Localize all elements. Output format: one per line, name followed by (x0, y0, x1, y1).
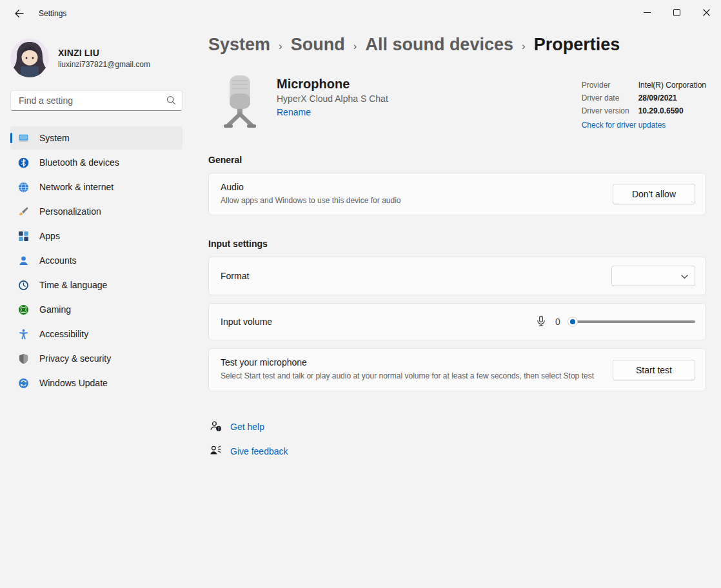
avatar (10, 39, 49, 77)
chevron-right-icon: › (353, 40, 357, 53)
give-feedback-link[interactable]: Give feedback (230, 446, 288, 456)
microphone-icon (535, 315, 547, 329)
input-volume-label: Input volume (221, 317, 272, 327)
back-button[interactable] (9, 5, 30, 23)
sidebar-item-bluetooth-devices[interactable]: Bluetooth & devices (10, 151, 183, 174)
close-button[interactable] (691, 0, 721, 24)
sidebar-item-network-internet[interactable]: Network & internet (10, 175, 183, 199)
sidebar-item-label: Gaming (39, 304, 71, 315)
test-microphone-card: Test your microphone Select Start test a… (208, 348, 706, 391)
format-card: Format (208, 257, 706, 295)
provider-label: Provider (582, 81, 638, 90)
footer-links: ? Get help Give feedback (208, 420, 706, 458)
sidebar-item-label: Apps (39, 231, 60, 241)
sidebar-item-label: Accessibility (39, 329, 88, 339)
format-dropdown[interactable] (611, 266, 695, 286)
format-label: Format (221, 271, 249, 281)
slider-thumb[interactable] (568, 317, 578, 327)
titlebar: Settings (0, 0, 721, 28)
sidebar-nav: System Bluetooth & devices Network & int… (10, 126, 183, 395)
breadcrumb-sound[interactable]: Sound (291, 35, 345, 55)
sidebar-item-gaming[interactable]: Gaming (10, 298, 183, 321)
get-help-icon: ? (210, 420, 222, 434)
driver-date-value: 28/09/2021 (638, 93, 677, 103)
minimize-button[interactable] (632, 0, 662, 24)
get-help-link[interactable]: Get help (230, 422, 264, 432)
provider-value: Intel(R) Corporation (638, 81, 706, 90)
driver-version-value: 10.29.0.6590 (638, 106, 684, 115)
microphone-image (222, 74, 257, 132)
test-microphone-title: Test your microphone (221, 357, 594, 368)
input-volume-value: 0 (555, 317, 561, 327)
system-icon (18, 133, 29, 144)
brush-icon (18, 206, 29, 217)
give-feedback-icon (210, 444, 222, 458)
sidebar-item-privacy-security[interactable]: Privacy & security (10, 347, 183, 370)
search-input[interactable] (10, 90, 183, 111)
window-title: Settings (39, 9, 66, 18)
driver-info: Provider Intel(R) Corporation Driver dat… (582, 74, 706, 130)
driver-date-label: Driver date (582, 93, 638, 103)
sidebar-item-label: Privacy & security (39, 353, 111, 364)
minimize-icon (644, 9, 651, 16)
bluetooth-icon (18, 157, 29, 168)
window-controls (632, 0, 721, 24)
general-heading: General (208, 155, 706, 165)
device-model: HyperX Cloud Alpha S Chat (277, 93, 388, 104)
sidebar-item-windows-update[interactable]: Windows Update (10, 371, 183, 395)
breadcrumb-system[interactable]: System (208, 35, 270, 55)
sidebar-item-time-language[interactable]: Time & language (10, 273, 183, 297)
start-test-button[interactable]: Start test (613, 360, 695, 380)
globe-icon (18, 182, 29, 193)
selected-indicator (10, 133, 12, 143)
sidebar-item-label: Time & language (39, 280, 107, 290)
clock-icon (18, 280, 29, 291)
sidebar-item-label: Windows Update (39, 378, 108, 388)
shield-icon (18, 353, 29, 364)
driver-version-label: Driver version (582, 106, 638, 115)
main-content: System › Sound › All sound devices › Pro… (208, 35, 706, 469)
chevron-right-icon: › (522, 40, 526, 53)
svg-text:?: ? (218, 427, 220, 431)
give-feedback-row[interactable]: Give feedback (210, 444, 706, 458)
dont-allow-button[interactable]: Don't allow (613, 184, 695, 204)
person-icon (18, 255, 29, 266)
device-header: Microphone HyperX Cloud Alpha S Chat Ren… (208, 74, 706, 132)
breadcrumb: System › Sound › All sound devices › Pro… (208, 35, 706, 55)
input-volume-slider[interactable] (569, 316, 695, 328)
sidebar-item-accounts[interactable]: Accounts (10, 249, 183, 272)
input-volume-controls: 0 (535, 315, 695, 329)
audio-description: Allow apps and Windows to use this devic… (221, 195, 401, 206)
sidebar-item-label: Network & internet (39, 182, 114, 192)
sidebar-item-personalization[interactable]: Personalization (10, 200, 183, 223)
close-icon (703, 9, 710, 16)
user-profile[interactable]: XINZI LIU liuxinzi737821@gmail.com (10, 39, 183, 77)
sidebar-item-accessibility[interactable]: Accessibility (10, 322, 183, 346)
audio-card: Audio Allow apps and Windows to use this… (208, 173, 706, 215)
user-email: liuxinzi737821@gmail.com (58, 60, 150, 69)
accessibility-person-icon (18, 329, 29, 340)
check-driver-updates-link[interactable]: Check for driver updates (582, 121, 666, 130)
search-icon[interactable] (166, 95, 176, 107)
input-settings-heading: Input settings (208, 239, 706, 249)
device-text: Microphone HyperX Cloud Alpha S Chat Ren… (277, 74, 388, 117)
sidebar: XINZI LIU liuxinzi737821@gmail.com Syste… (0, 31, 193, 396)
input-volume-card: Input volume 0 (208, 303, 706, 340)
xbox-icon (18, 304, 29, 315)
sidebar-item-apps[interactable]: Apps (10, 224, 183, 248)
test-microphone-description: Select Start test and talk or play audio… (221, 371, 594, 382)
sidebar-item-system[interactable]: System (10, 126, 183, 150)
apps-grid-icon (18, 231, 29, 242)
sidebar-item-label: Bluetooth & devices (39, 157, 119, 168)
maximize-icon (673, 9, 680, 16)
rename-link[interactable]: Rename (277, 107, 311, 117)
chevron-down-icon (681, 271, 688, 281)
get-help-row[interactable]: ? Get help (210, 420, 706, 434)
chevron-right-icon: › (279, 40, 282, 53)
slider-track[interactable] (569, 320, 695, 323)
user-name: XINZI LIU (58, 48, 150, 58)
breadcrumb-all-sound-devices[interactable]: All sound devices (365, 35, 513, 55)
maximize-button[interactable] (662, 0, 691, 24)
back-arrow-icon (14, 8, 25, 21)
search-box (10, 90, 183, 111)
